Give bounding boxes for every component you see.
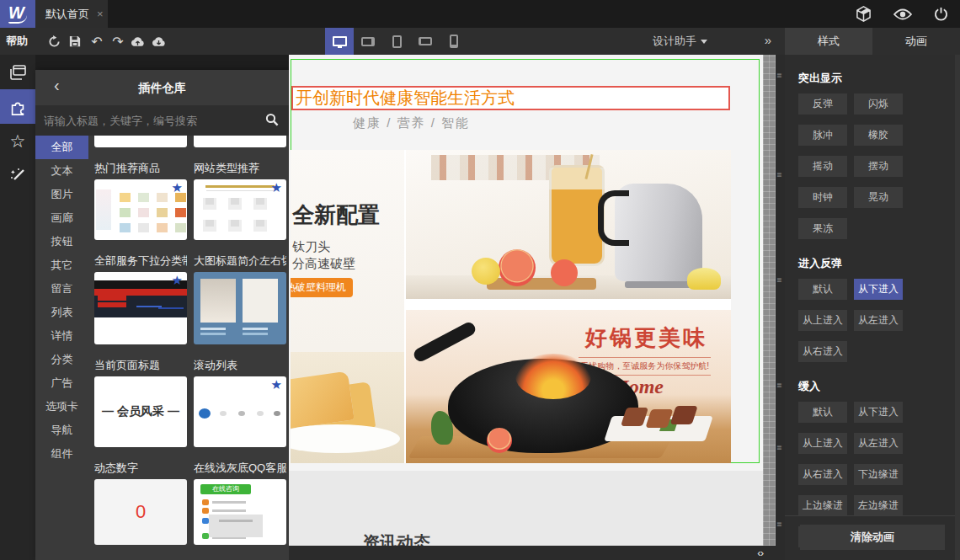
redo-icon[interactable]: ↷ — [108, 28, 128, 55]
animation-option-button[interactable]: 从左进入 — [854, 310, 903, 331]
animation-option-button[interactable]: 橡胶 — [854, 125, 903, 146]
wok-banner-image[interactable]: 好锅更美味 无忧购物，至诚服务为你保驾护航! Warm Home — [406, 310, 731, 463]
animation-option-button[interactable]: 从上进入 — [798, 433, 847, 454]
favorites-button[interactable]: ☆ — [0, 124, 35, 158]
grapefruit-decor — [499, 249, 536, 286]
undo-icon[interactable]: ↶ — [87, 28, 107, 55]
plugin-item-thumbnail[interactable]: 0 — [94, 479, 187, 545]
plugin-item-thumbnail[interactable]: ★ — [94, 272, 187, 344]
section-marker-icon[interactable]: ≣ — [776, 72, 784, 79]
plugin-item-thumbnail[interactable]: — 会员风采 — — [94, 376, 187, 447]
search-icon[interactable] — [265, 113, 279, 130]
canvas-title-block[interactable]: 开创新时代健康智能生活方式 — [291, 86, 730, 110]
app-logo[interactable]: W — [0, 0, 35, 28]
animation-option-button[interactable]: 上边缘进 — [798, 495, 847, 516]
collapse-chevron-button[interactable]: » — [765, 28, 771, 55]
magic-wand-button[interactable] — [0, 158, 35, 193]
banner-block[interactable]: 全新配置 钛刀头 分高速破壁 热破壁料理机 — [291, 150, 731, 463]
device-tablet-landscape-button[interactable] — [354, 28, 382, 55]
tab-animation[interactable]: 动画 — [872, 28, 960, 55]
plugin-item-thumb-cut[interactable] — [94, 136, 187, 147]
plugin-item-thumb-cut[interactable] — [194, 136, 286, 147]
plugin-item-thumbnail[interactable]: ★ — [194, 179, 286, 240]
category-item[interactable]: 其它 — [35, 253, 88, 277]
category-item[interactable]: 画廊 — [35, 206, 88, 230]
design-assistant-dropdown[interactable]: 设计助手 — [653, 28, 707, 55]
power-icon[interactable] — [934, 7, 948, 21]
preview-eye-icon[interactable] — [893, 8, 912, 20]
category-item[interactable]: 选项卡 — [35, 395, 88, 419]
device-desktop-button[interactable] — [325, 28, 354, 55]
animation-option-button[interactable]: 从下进入 — [854, 402, 903, 423]
animation-option-button[interactable]: 从左进入 — [854, 433, 903, 454]
category-item[interactable]: 导航 — [35, 419, 88, 442]
category-item[interactable]: 组件 — [35, 442, 88, 466]
animation-option-button[interactable]: 脉冲 — [798, 125, 847, 146]
components-cube-icon[interactable] — [856, 6, 872, 22]
favorite-star-icon[interactable]: ★ — [271, 180, 282, 195]
category-item[interactable]: 图片 — [35, 183, 88, 206]
section-marker-icon[interactable]: ≣ — [776, 444, 784, 451]
animation-option-button[interactable]: 闪烁 — [854, 93, 903, 115]
plugin-item-thumbnail[interactable]: ★ — [94, 179, 187, 240]
category-item[interactable]: 列表 — [35, 301, 88, 324]
animation-option-button[interactable]: 果冻 — [798, 218, 847, 239]
category-item[interactable]: 留言 — [35, 277, 88, 301]
tab-style[interactable]: 样式 — [785, 28, 872, 55]
favorite-star-icon[interactable]: ★ — [271, 377, 282, 392]
banner-cta-button[interactable]: 热破壁料理机 — [291, 278, 353, 297]
animation-option-button[interactable]: 晃动 — [854, 187, 903, 208]
animation-section-heading: 突出显示 — [798, 71, 952, 86]
animation-option-button[interactable]: 从下进入 — [854, 279, 903, 300]
animation-option-button[interactable]: 反弹 — [798, 93, 847, 115]
canvas-subtitle[interactable]: 健康 / 营养 / 智能 — [353, 115, 470, 131]
clear-animation-button[interactable]: 清除动画 — [800, 525, 945, 550]
cloud-upload-icon[interactable] — [127, 28, 147, 55]
kettle-banner-image[interactable] — [406, 150, 731, 299]
plugin-item-thumbnail[interactable]: ★ — [194, 376, 286, 447]
back-icon[interactable]: ‹ — [54, 76, 60, 95]
animation-option-button[interactable]: 左边缘进 — [854, 495, 903, 516]
plugins-button[interactable] — [0, 89, 35, 124]
category-item[interactable]: 详情 — [35, 324, 88, 348]
section-marker-icon[interactable]: ≣ — [776, 520, 784, 528]
favorite-star-icon[interactable]: ★ — [172, 180, 183, 195]
canvas-scrollbar[interactable] — [763, 55, 776, 546]
category-item[interactable]: 分类 — [35, 348, 88, 371]
tab-close-icon[interactable]: × — [97, 8, 104, 20]
panel-scrollbar[interactable] — [955, 55, 960, 560]
animation-option-button[interactable]: 默认 — [798, 402, 847, 423]
banner-left-panel[interactable]: 全新配置 钛刀头 分高速破壁 热破壁料理机 — [291, 150, 404, 463]
animation-option-button[interactable]: 从上进入 — [798, 310, 847, 331]
animation-option-button[interactable]: 下边缘进 — [854, 464, 903, 485]
plugin-search-input[interactable] — [35, 105, 289, 136]
page-tab[interactable]: 默认首页× — [35, 0, 108, 28]
animation-option-button[interactable]: 摆动 — [854, 156, 903, 177]
news-section[interactable]: 资讯动态 — [289, 471, 763, 546]
animation-option-button[interactable]: 时钟 — [798, 187, 847, 208]
section-marker-icon[interactable]: ≣ — [776, 276, 784, 284]
category-item[interactable]: 全部 — [35, 136, 88, 159]
help-button[interactable]: 帮助 — [6, 28, 28, 55]
category-item[interactable]: 广告 — [35, 371, 88, 395]
favorite-star-icon[interactable]: ★ — [172, 273, 183, 288]
cloud-download-icon[interactable] — [148, 28, 168, 55]
category-item[interactable]: 文本 — [35, 159, 88, 183]
device-tablet-portrait-button[interactable] — [382, 28, 411, 55]
pages-button[interactable] — [0, 55, 35, 89]
design-canvas[interactable]: 开创新时代健康智能生活方式 健康 / 营养 / 智能 全新配置 钛刀头 分高速破… — [289, 55, 763, 546]
animation-option-button[interactable]: 摇动 — [798, 156, 847, 177]
device-phone-landscape-button[interactable] — [411, 28, 440, 55]
code-view-icon[interactable]: ‹› — [757, 546, 763, 560]
section-marker-icon[interactable]: ≣ — [776, 171, 784, 179]
device-phone-portrait-button[interactable] — [440, 28, 468, 55]
category-item[interactable]: 按钮 — [35, 230, 88, 253]
refresh-icon[interactable] — [44, 28, 64, 55]
animation-option-button[interactable]: 从右进入 — [798, 464, 847, 485]
save-icon[interactable] — [65, 28, 85, 55]
section-marker-icon[interactable]: ≣ — [776, 381, 784, 389]
animation-option-button[interactable]: 从右进入 — [798, 341, 847, 362]
plugin-item-thumbnail[interactable] — [194, 272, 286, 344]
animation-option-button[interactable]: 默认 — [798, 279, 847, 300]
plugin-item-thumbnail[interactable]: 在线咨询 — [194, 479, 286, 545]
